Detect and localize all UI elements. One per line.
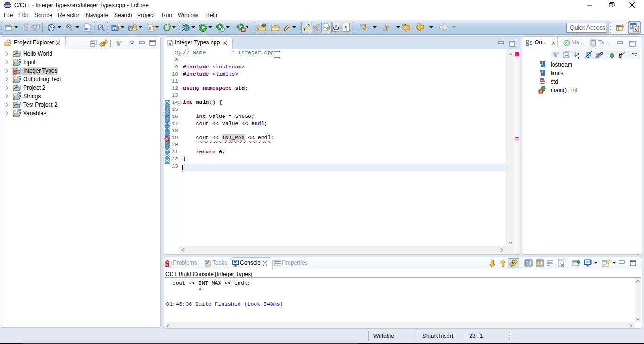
svg-text:c: c (169, 42, 171, 46)
svg-text:C: C (18, 50, 21, 54)
svg-text:C: C (18, 92, 21, 97)
svg-text:010: 010 (85, 27, 91, 31)
svg-text:C: C (18, 76, 21, 80)
svg-text:C: C (18, 109, 21, 114)
svg-text:C: C (18, 101, 21, 105)
svg-text:C: C (18, 67, 21, 71)
svg-text:C: C (635, 27, 638, 32)
svg-text:c: c (149, 26, 151, 31)
svg-text:z: z (578, 55, 579, 59)
svg-text:C: C (18, 84, 21, 88)
svg-text:c: c (130, 27, 132, 30)
svg-text:C: C (18, 59, 21, 63)
svg-text:c: c (114, 27, 116, 30)
svg-text:¶: ¶ (344, 24, 347, 31)
